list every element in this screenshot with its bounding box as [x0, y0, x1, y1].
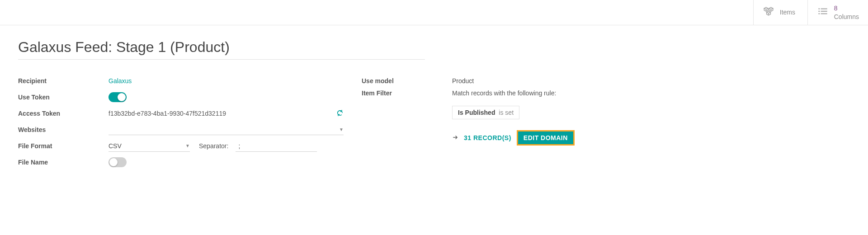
item-filter-description: Match records with the following rule: [452, 89, 556, 97]
edit-domain-button[interactable]: EDIT DOMAIN [517, 130, 575, 146]
top-tabs: Items 8 Columns [0, 0, 868, 25]
websites-dropdown[interactable]: ▼ [108, 124, 344, 135]
svg-rect-2 [818, 11, 820, 12]
access-token-value: f13b32bd-e783-4ba1-9930-47f521d32119 [108, 110, 332, 117]
tab-items-label: Items [780, 8, 795, 16]
label-use-token: Use Token [18, 94, 108, 101]
arrow-right-icon [452, 134, 458, 142]
tab-columns-label: Columns [834, 13, 859, 21]
tab-items[interactable]: Items [753, 0, 807, 25]
page-title: Galaxus Feed: Stage 1 (Product) [18, 39, 425, 60]
rule-field: Is Published [458, 109, 495, 116]
label-separator: Separator: [199, 142, 228, 150]
list-icon [817, 6, 829, 19]
form-left: Recipient Galaxus Use Token Access Token… [18, 73, 344, 171]
label-websites: Websites [18, 126, 108, 133]
label-item-filter: Item Filter [362, 89, 452, 97]
svg-rect-1 [821, 8, 827, 9]
records-link[interactable]: 31 RECORD(S) [464, 134, 511, 141]
label-file-format: File Format [18, 142, 108, 150]
tab-columns[interactable]: 8 Columns [807, 0, 868, 25]
svg-rect-4 [818, 13, 820, 14]
cubes-icon [763, 6, 774, 19]
filter-rule-badge: Is Published is set [452, 106, 519, 119]
separator-input[interactable]: ; [236, 141, 317, 152]
tab-columns-count: 8 [834, 4, 859, 12]
use-model-value: Product [452, 77, 474, 85]
label-use-model: Use model [362, 77, 452, 85]
chevron-down-icon: ▼ [339, 127, 344, 132]
svg-rect-3 [821, 11, 827, 12]
svg-rect-5 [821, 13, 827, 14]
rule-op: is set [499, 109, 514, 116]
form-right: Use model Product Item Filter Match reco… [362, 73, 850, 171]
label-file-name: File Name [18, 159, 108, 166]
svg-rect-0 [818, 8, 820, 9]
chevron-down-icon: ▼ [185, 143, 190, 148]
label-recipient: Recipient [18, 77, 108, 85]
file-format-dropdown[interactable]: CSV ▼ [108, 141, 190, 152]
toggle-file-name[interactable] [108, 157, 127, 167]
file-format-value: CSV [108, 142, 122, 150]
label-access-token: Access Token [18, 110, 108, 117]
refresh-icon[interactable] [336, 109, 344, 118]
recipient-link[interactable]: Galaxus [108, 77, 132, 85]
toggle-use-token[interactable] [108, 92, 127, 102]
